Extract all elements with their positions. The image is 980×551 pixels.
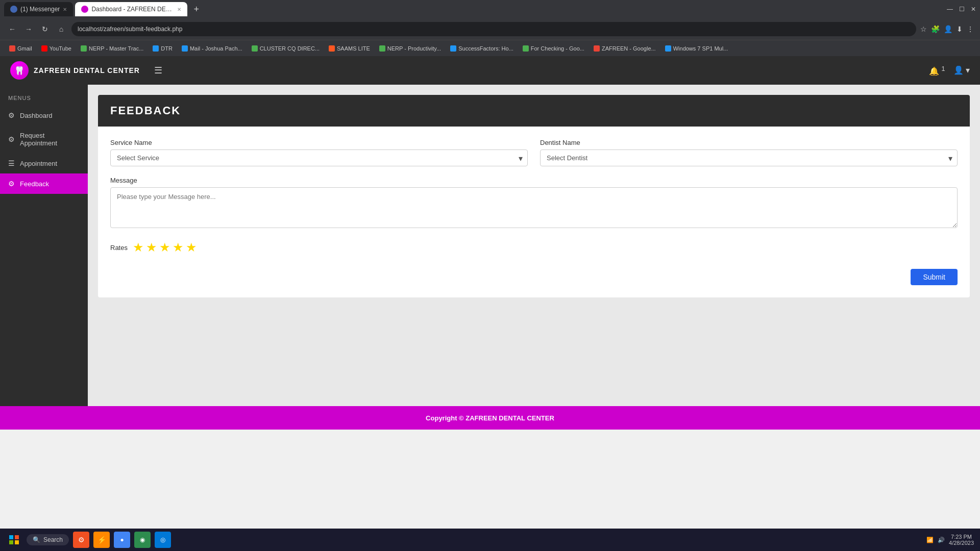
service-name-select[interactable]: Select Service [110, 149, 528, 166]
app-logo-area: 🦷 ZAFREEN DENTAL CENTER [10, 61, 140, 80]
tab-bar: (1) Messenger ✕ Dashboard - ZAFREEN DENT… [0, 0, 980, 18]
stars-container: ★ ★ ★ ★ ★ [133, 240, 197, 255]
service-name-label: Service Name [110, 139, 528, 146]
sidebar-item-dashboard[interactable]: ⚙ Dashboard [0, 105, 88, 126]
back-button[interactable]: ← [6, 23, 18, 35]
form-row-message: Message [110, 177, 958, 230]
bookmark-zafreen-google[interactable]: ZAFREEN - Google... [591, 44, 659, 53]
home-button[interactable]: ⌂ [55, 23, 67, 35]
reload-button[interactable]: ↻ [39, 23, 51, 35]
tab-zafreen[interactable]: Dashboard - ZAFREEN DENTAL C... ✕ [75, 2, 187, 16]
bookmark-cluster[interactable]: CLUSTER CQ DIREC... [249, 44, 323, 53]
tab-favicon-zafreen [81, 6, 88, 13]
close-button[interactable]: ✕ [971, 6, 976, 13]
form-group-service: Service Name Select Service [110, 139, 528, 166]
bookmark-favicon-nerp-master [81, 45, 87, 52]
tab-title-messenger: (1) Messenger [20, 6, 60, 13]
tab-favicon-messenger [10, 6, 17, 13]
service-select-wrapper: Select Service [110, 149, 528, 166]
extension-icon[interactable]: 🧩 [931, 25, 940, 33]
minimize-button[interactable]: — [947, 6, 953, 13]
address-bar: ← → ↻ ⌂ ☆ 🧩 👤 ⬇ ⋮ [0, 18, 980, 40]
menu-icon[interactable]: ⋮ [967, 25, 974, 33]
maximize-button[interactable]: ☐ [959, 6, 965, 13]
bookmark-nerp-productivity[interactable]: NERP - Productivity... [376, 44, 444, 53]
download-icon[interactable]: ⬇ [957, 25, 963, 33]
app-header: 🦷 ZAFREEN DENTAL CENTER ☰ 🔔 1 👤 ▾ [0, 56, 980, 85]
bookmark-favicon-nerp-productivity [379, 45, 385, 52]
bookmark-favicon-successfactors [450, 45, 456, 52]
bookmark-dtr[interactable]: DTR [150, 44, 176, 53]
hamburger-menu[interactable]: ☰ [154, 65, 162, 76]
bookmark-label-successfactors: SuccessFactors: Ho... [458, 45, 513, 52]
star-2[interactable]: ★ [146, 240, 157, 255]
user-avatar-icon[interactable]: 👤 ▾ [953, 65, 970, 75]
sidebar-item-label-request-appointment: Request Appointment [20, 132, 80, 147]
tab-messenger[interactable]: (1) Messenger ✕ [4, 2, 73, 16]
address-actions: ☆ 🧩 👤 ⬇ ⋮ [920, 25, 974, 33]
bookmark-label-mail: Mail - Joshua Pach... [190, 45, 242, 52]
bookmark-saams[interactable]: SAAMS LITE [326, 44, 373, 53]
star-5[interactable]: ★ [186, 240, 197, 255]
appointment-icon: ☰ [8, 159, 15, 167]
page-body: Service Name Select Service Dentist Name [98, 127, 970, 297]
forward-button[interactable]: → [22, 23, 35, 35]
star-3[interactable]: ★ [159, 240, 170, 255]
star-4[interactable]: ★ [173, 240, 184, 255]
tab-close-messenger[interactable]: ✕ [63, 7, 67, 12]
bookmark-star-icon[interactable]: ☆ [920, 25, 927, 33]
sidebar-item-appointment[interactable]: ☰ Appointment [0, 153, 88, 173]
form-row-service-dentist: Service Name Select Service Dentist Name [110, 139, 958, 166]
sidebar: MENUS ⚙ Dashboard ⚙ Request Appointment … [0, 85, 88, 406]
bookmark-favicon-cluster [252, 45, 258, 52]
rates-label: Rates [110, 244, 128, 252]
tab-close-zafreen[interactable]: ✕ [177, 7, 181, 12]
form-group-dentist: Dentist Name Select Dentist [540, 139, 958, 166]
submit-row: Submit [110, 265, 958, 285]
sidebar-item-request-appointment[interactable]: ⚙ Request Appointment [0, 126, 88, 153]
bookmark-label-nerp-productivity: NERP - Productivity... [387, 45, 441, 52]
bookmark-label-nerp-master: NERP - Master Trac... [89, 45, 143, 52]
bookmark-for-checking[interactable]: For Checking - Goo... [520, 44, 587, 53]
feedback-icon: ⚙ [8, 180, 15, 188]
browser-chrome: (1) Messenger ✕ Dashboard - ZAFREEN DENT… [0, 0, 980, 430]
sidebar-item-label-feedback: Feedback [20, 180, 49, 188]
notification-count: 1 [941, 65, 945, 72]
bookmarks-bar: Gmail YouTube NERP - Master Trac... DTR … [0, 40, 980, 56]
star-1[interactable]: ★ [133, 240, 144, 255]
new-tab-button[interactable]: + [189, 4, 203, 15]
page-header: FEEDBACK [98, 95, 970, 127]
message-textarea[interactable] [110, 187, 958, 228]
window-controls: — ☐ ✕ [947, 6, 976, 13]
bookmark-label-gmail: Gmail [17, 45, 32, 52]
bookmark-favicon-dtr [153, 45, 159, 52]
request-appointment-icon: ⚙ [8, 135, 15, 143]
submit-button[interactable]: Submit [911, 269, 958, 285]
url-input[interactable] [71, 22, 916, 36]
form-group-message: Message [110, 177, 958, 230]
sidebar-item-label-dashboard: Dashboard [20, 112, 53, 119]
bookmark-label-youtube: YouTube [50, 45, 71, 52]
bookmark-favicon-gmail [9, 45, 15, 52]
bookmark-favicon-windows [665, 45, 671, 52]
app-wrapper: 🦷 ZAFREEN DENTAL CENTER ☰ 🔔 1 👤 ▾ MENUS … [0, 56, 980, 430]
app-logo-icon: 🦷 [10, 61, 29, 80]
bookmark-nerp-master[interactable]: NERP - Master Trac... [78, 44, 146, 53]
bookmark-favicon-zafreen-google [594, 45, 600, 52]
message-label: Message [110, 177, 958, 184]
profile-icon[interactable]: 👤 [944, 25, 952, 33]
sidebar-item-feedback[interactable]: ⚙ Feedback [0, 173, 88, 194]
bookmark-gmail[interactable]: Gmail [6, 44, 35, 53]
bookmark-favicon-for-checking [523, 45, 529, 52]
app-footer: Copyright © ZAFREEN DENTAL CENTER [0, 406, 980, 430]
main-layout: MENUS ⚙ Dashboard ⚙ Request Appointment … [0, 85, 980, 406]
bookmark-mail[interactable]: Mail - Joshua Pach... [179, 44, 246, 53]
bookmark-youtube[interactable]: YouTube [38, 44, 75, 53]
footer-text: Copyright © ZAFREEN DENTAL CENTER [426, 414, 554, 422]
bookmark-label-zafreen-google: ZAFREEN - Google... [602, 45, 656, 52]
bookmark-successfactors[interactable]: SuccessFactors: Ho... [447, 44, 517, 53]
bookmark-windows[interactable]: Windows 7 SP1 Mul... [662, 44, 731, 53]
notification-bell-icon[interactable]: 🔔 1 [929, 65, 945, 76]
dentist-name-select[interactable]: Select Dentist [540, 149, 958, 166]
dentist-name-label: Dentist Name [540, 139, 958, 146]
